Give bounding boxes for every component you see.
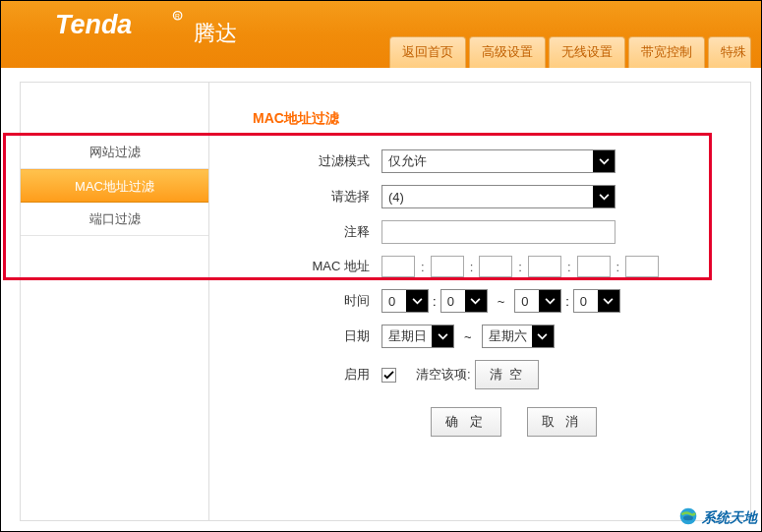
label-time: 时间 (239, 292, 381, 310)
tab-wireless[interactable]: 无线设置 (549, 36, 625, 68)
chevron-down-icon (539, 290, 560, 312)
chevron-down-icon (593, 150, 615, 172)
select-time-h1[interactable]: 0 (381, 289, 429, 313)
sidebar-item-mac-filter[interactable]: MAC地址过滤 (21, 169, 208, 203)
mac-seg-4[interactable] (528, 256, 561, 277)
mac-seg-3[interactable] (479, 256, 512, 277)
chevron-down-icon (532, 325, 554, 347)
label-enable: 启用 (239, 366, 381, 384)
mac-seg-5[interactable] (577, 256, 611, 277)
sidebar-item-port-filter[interactable]: 端口过滤 (21, 203, 208, 236)
label-mac: MAC 地址 (239, 258, 381, 275)
checkbox-enable[interactable] (381, 368, 396, 383)
select-time-m2[interactable]: 0 (573, 289, 620, 313)
top-nav: 返回首页 高级设置 无线设置 带宽控制 特殊 (389, 36, 751, 68)
main-panel: MAC地址过滤 过滤模式 仅允许 请选择 (4) 注释 (208, 82, 751, 521)
brand-name-cn: 腾达 (194, 19, 237, 48)
chevron-down-icon (406, 290, 428, 312)
chevron-down-icon (598, 290, 619, 312)
chevron-down-icon (465, 290, 487, 312)
sidebar-item-url-filter[interactable]: 网站过滤 (21, 136, 208, 169)
tab-special[interactable]: 特殊 (708, 36, 751, 68)
globe-icon (678, 506, 698, 529)
tab-advanced[interactable]: 高级设置 (469, 36, 546, 68)
select-date-to[interactable]: 星期六 (482, 325, 555, 348)
page-title: MAC地址过滤 (253, 110, 721, 128)
svg-text:Tenda: Tenda (55, 10, 132, 39)
mac-seg-1[interactable] (381, 256, 415, 277)
label-comment: 注释 (239, 223, 381, 241)
select-date-from[interactable]: 星期日 (381, 325, 454, 348)
header-bar: Tenda R 腾达 返回首页 高级设置 无线设置 带宽控制 特殊 (1, 1, 761, 68)
svg-point-4 (683, 515, 693, 520)
select-time-h2[interactable]: 0 (514, 289, 561, 313)
watermark-text: 系统天地 (702, 509, 757, 527)
tab-qos[interactable]: 带宽控制 (628, 36, 705, 68)
mac-seg-2[interactable] (431, 256, 464, 277)
label-select-item: 请选择 (239, 188, 381, 206)
brand-logo: Tenda R 腾达 (55, 9, 237, 48)
label-clear: 清空该项: (416, 366, 471, 384)
cancel-button[interactable]: 取 消 (527, 407, 598, 437)
label-filter-mode: 过滤模式 (239, 152, 381, 170)
label-date: 日期 (239, 327, 381, 345)
input-comment[interactable] (381, 220, 615, 244)
select-time-m1[interactable]: 0 (440, 289, 488, 313)
select-filter-mode[interactable]: 仅允许 (381, 149, 615, 173)
sidebar: 网站过滤 MAC地址过滤 端口过滤 (20, 82, 208, 521)
mac-seg-6[interactable] (625, 256, 659, 277)
svg-text:R: R (175, 13, 180, 20)
content-area: 网站过滤 MAC地址过滤 端口过滤 MAC地址过滤 过滤模式 仅允许 请选择 (… (20, 82, 751, 521)
watermark: 系统天地 (678, 506, 757, 529)
chevron-down-icon (432, 325, 453, 347)
chevron-down-icon (593, 186, 615, 207)
ok-button[interactable]: 确 定 (431, 407, 501, 437)
tab-home[interactable]: 返回首页 (389, 36, 466, 68)
clear-button[interactable]: 清 空 (475, 360, 540, 389)
tenda-logo-icon: Tenda R (55, 9, 188, 40)
select-item[interactable]: (4) (381, 185, 615, 208)
